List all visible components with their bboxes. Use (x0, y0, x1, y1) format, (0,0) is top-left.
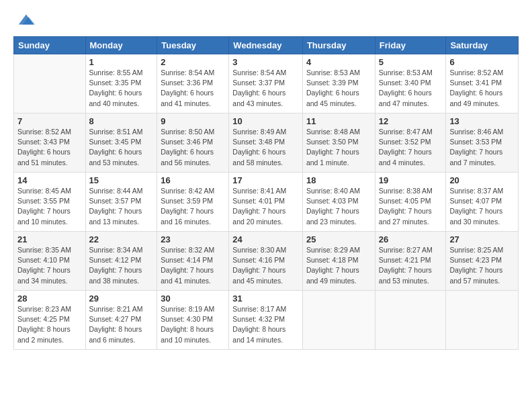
calendar-cell (446, 291, 519, 350)
calendar-cell (14, 54, 86, 113)
day-info: Sunrise: 8:23 AMSunset: 4:25 PMDaylight:… (17, 304, 82, 345)
day-info: Sunrise: 8:51 AMSunset: 3:45 PMDaylight:… (89, 127, 154, 168)
day-info: Sunrise: 8:29 AMSunset: 4:18 PMDaylight:… (306, 245, 371, 286)
day-info: Sunrise: 8:54 AMSunset: 3:37 PMDaylight:… (232, 68, 299, 109)
calendar-cell: 13Sunrise: 8:46 AMSunset: 3:53 PMDayligh… (446, 113, 519, 173)
day-info: Sunrise: 8:38 AMSunset: 4:05 PMDaylight:… (379, 186, 443, 227)
calendar-cell: 22Sunrise: 8:34 AMSunset: 4:12 PMDayligh… (85, 232, 157, 291)
calendar-cell: 21Sunrise: 8:35 AMSunset: 4:10 PMDayligh… (14, 232, 86, 291)
day-info: Sunrise: 8:35 AMSunset: 4:10 PMDaylight:… (17, 245, 82, 286)
day-number: 19 (379, 175, 443, 185)
day-number: 25 (306, 234, 371, 244)
day-number: 16 (161, 175, 225, 185)
day-number: 5 (379, 57, 443, 67)
calendar-cell: 29Sunrise: 8:21 AMSunset: 4:27 PMDayligh… (85, 291, 157, 350)
day-info: Sunrise: 8:53 AMSunset: 3:40 PMDaylight:… (379, 68, 443, 109)
day-number: 12 (379, 116, 443, 126)
day-number: 27 (449, 234, 515, 244)
calendar-cell: 31Sunrise: 8:17 AMSunset: 4:32 PMDayligh… (229, 291, 303, 350)
day-number: 29 (89, 293, 154, 304)
calendar-cell: 19Sunrise: 8:38 AMSunset: 4:05 PMDayligh… (375, 173, 446, 232)
day-info: Sunrise: 8:45 AMSunset: 3:55 PMDaylight:… (17, 186, 82, 227)
day-info: Sunrise: 8:17 AMSunset: 4:32 PMDaylight:… (232, 304, 299, 345)
weekday-friday: Friday (375, 37, 446, 54)
day-info: Sunrise: 8:19 AMSunset: 4:30 PMDaylight:… (161, 304, 225, 345)
day-number: 14 (17, 175, 82, 185)
day-info: Sunrise: 8:52 AMSunset: 3:43 PMDaylight:… (17, 127, 82, 168)
day-info: Sunrise: 8:32 AMSunset: 4:14 PMDaylight:… (161, 245, 225, 286)
day-number: 23 (161, 234, 225, 244)
day-info: Sunrise: 8:25 AMSunset: 4:23 PMDaylight:… (449, 245, 515, 286)
day-number: 18 (306, 175, 371, 185)
day-info: Sunrise: 8:42 AMSunset: 3:59 PMDaylight:… (161, 186, 225, 227)
day-number: 24 (232, 234, 299, 244)
day-number: 1 (89, 57, 154, 67)
weekday-thursday: Thursday (302, 37, 375, 54)
weekday-wednesday: Wednesday (229, 37, 303, 54)
day-info: Sunrise: 8:55 AMSunset: 3:35 PMDaylight:… (89, 68, 154, 109)
day-info: Sunrise: 8:50 AMSunset: 3:46 PMDaylight:… (161, 127, 225, 168)
calendar-body: 1Sunrise: 8:55 AMSunset: 3:35 PMDaylight… (14, 54, 519, 350)
day-info: Sunrise: 8:49 AMSunset: 3:48 PMDaylight:… (232, 127, 299, 168)
day-number: 2 (161, 57, 225, 67)
day-number: 10 (232, 116, 299, 126)
calendar-cell: 25Sunrise: 8:29 AMSunset: 4:18 PMDayligh… (302, 232, 375, 291)
weekday-monday: Monday (85, 37, 157, 54)
day-number: 21 (17, 234, 82, 244)
day-info: Sunrise: 8:30 AMSunset: 4:16 PMDaylight:… (232, 245, 299, 286)
day-number: 13 (449, 116, 515, 126)
calendar-cell (375, 291, 446, 350)
day-info: Sunrise: 8:46 AMSunset: 3:53 PMDaylight:… (449, 127, 515, 168)
day-number: 15 (89, 175, 154, 185)
page: SundayMondayTuesdayWednesdayThursdayFrid… (0, 0, 532, 357)
calendar-cell: 1Sunrise: 8:55 AMSunset: 3:35 PMDaylight… (85, 54, 157, 113)
day-info: Sunrise: 8:54 AMSunset: 3:36 PMDaylight:… (161, 68, 225, 109)
day-info: Sunrise: 8:21 AMSunset: 4:27 PMDaylight:… (89, 304, 154, 345)
weekday-sunday: Sunday (14, 37, 86, 54)
calendar-cell: 26Sunrise: 8:27 AMSunset: 4:21 PMDayligh… (375, 232, 446, 291)
day-number: 3 (232, 57, 299, 67)
header (13, 11, 519, 30)
calendar-cell: 4Sunrise: 8:53 AMSunset: 3:39 PMDaylight… (302, 54, 375, 113)
calendar-cell: 11Sunrise: 8:48 AMSunset: 3:50 PMDayligh… (302, 113, 375, 173)
weekday-header-row: SundayMondayTuesdayWednesdayThursdayFrid… (14, 37, 519, 54)
day-number: 6 (449, 57, 515, 67)
day-info: Sunrise: 8:34 AMSunset: 4:12 PMDaylight:… (89, 245, 154, 286)
weekday-tuesday: Tuesday (157, 37, 229, 54)
calendar-cell: 9Sunrise: 8:50 AMSunset: 3:46 PMDaylight… (157, 113, 229, 173)
logo-icon (16, 11, 35, 30)
calendar-cell: 28Sunrise: 8:23 AMSunset: 4:25 PMDayligh… (14, 291, 86, 350)
week-row-1: 1Sunrise: 8:55 AMSunset: 3:35 PMDaylight… (14, 54, 519, 113)
day-number: 17 (232, 175, 299, 185)
day-number: 22 (89, 234, 154, 244)
day-info: Sunrise: 8:41 AMSunset: 4:01 PMDaylight:… (232, 186, 299, 227)
day-info: Sunrise: 8:47 AMSunset: 3:52 PMDaylight:… (379, 127, 443, 168)
calendar-cell: 7Sunrise: 8:52 AMSunset: 3:43 PMDaylight… (14, 113, 86, 173)
day-number: 11 (306, 116, 371, 126)
calendar-cell: 23Sunrise: 8:32 AMSunset: 4:14 PMDayligh… (157, 232, 229, 291)
calendar-cell: 14Sunrise: 8:45 AMSunset: 3:55 PMDayligh… (14, 173, 86, 232)
day-info: Sunrise: 8:52 AMSunset: 3:41 PMDaylight:… (449, 68, 515, 109)
calendar-cell: 30Sunrise: 8:19 AMSunset: 4:30 PMDayligh… (157, 291, 229, 350)
calendar-cell: 3Sunrise: 8:54 AMSunset: 3:37 PMDaylight… (229, 54, 303, 113)
week-row-2: 7Sunrise: 8:52 AMSunset: 3:43 PMDaylight… (14, 113, 519, 173)
day-number: 28 (17, 293, 82, 304)
calendar-cell: 8Sunrise: 8:51 AMSunset: 3:45 PMDaylight… (85, 113, 157, 173)
day-info: Sunrise: 8:53 AMSunset: 3:39 PMDaylight:… (306, 68, 371, 109)
calendar-cell: 6Sunrise: 8:52 AMSunset: 3:41 PMDaylight… (446, 54, 519, 113)
calendar-cell: 17Sunrise: 8:41 AMSunset: 4:01 PMDayligh… (229, 173, 303, 232)
week-row-4: 21Sunrise: 8:35 AMSunset: 4:10 PMDayligh… (14, 232, 519, 291)
calendar-cell: 15Sunrise: 8:44 AMSunset: 3:57 PMDayligh… (85, 173, 157, 232)
day-number: 26 (379, 234, 443, 244)
calendar-cell: 10Sunrise: 8:49 AMSunset: 3:48 PMDayligh… (229, 113, 303, 173)
day-info: Sunrise: 8:40 AMSunset: 4:03 PMDaylight:… (306, 186, 371, 227)
day-info: Sunrise: 8:27 AMSunset: 4:21 PMDaylight:… (379, 245, 443, 286)
day-number: 20 (449, 175, 515, 185)
calendar-cell (302, 291, 375, 350)
day-number: 4 (306, 57, 371, 67)
calendar-cell: 5Sunrise: 8:53 AMSunset: 3:40 PMDaylight… (375, 54, 446, 113)
day-number: 8 (89, 116, 154, 126)
calendar-table: SundayMondayTuesdayWednesdayThursdayFrid… (13, 36, 519, 350)
day-info: Sunrise: 8:44 AMSunset: 3:57 PMDaylight:… (89, 186, 154, 227)
calendar-cell: 18Sunrise: 8:40 AMSunset: 4:03 PMDayligh… (302, 173, 375, 232)
